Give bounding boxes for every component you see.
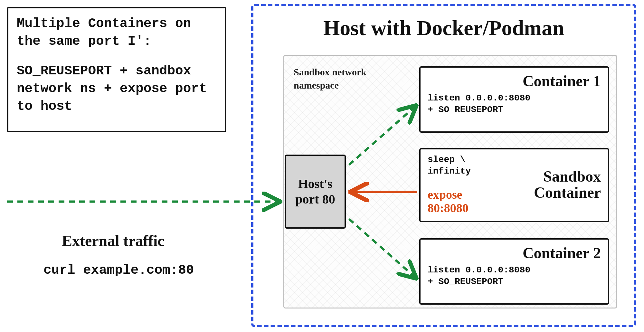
container-1-listen: listen 0.0.0.0:8080 [428,92,601,104]
host-port-80: Host's port 80 [285,155,346,229]
container-2: Container 2 listen 0.0.0.0:8080 + SO_REU… [419,238,609,305]
expose-line-1: expose [428,188,497,202]
caption-box: Multiple Containers on the same port I':… [7,7,226,132]
container-1-title: Container 1 [428,72,601,90]
expose-line-2: 80:8080 [428,202,497,215]
container-2-listen: listen 0.0.0.0:8080 [428,264,601,276]
container-1-opt: + SO_REUSEPORT [428,104,601,116]
caption-line-2: SO_REUSEPORT + sandbox network ns + expo… [17,62,216,116]
sandbox-cmd-1: sleep \ [428,154,497,166]
sandbox-namespace-label: Sandbox network namespace [294,66,390,92]
external-traffic-command: curl example.com:80 [43,263,194,278]
caption-line-1: Multiple Containers on the same port I': [17,15,216,51]
external-traffic-title: External traffic [62,232,165,250]
host-title: Host with Docker/Podman [253,16,634,40]
container-1: Container 1 listen 0.0.0.0:8080 + SO_REU… [419,66,609,133]
container-2-opt: + SO_REUSEPORT [428,276,601,288]
sandbox-cmd-2: infinity [428,166,497,177]
sandbox-container: sleep \ infinity expose 80:8080 Sandbox … [419,148,609,222]
container-2-title: Container 2 [428,244,601,262]
sandbox-container-title: Sandbox Container [501,168,601,201]
